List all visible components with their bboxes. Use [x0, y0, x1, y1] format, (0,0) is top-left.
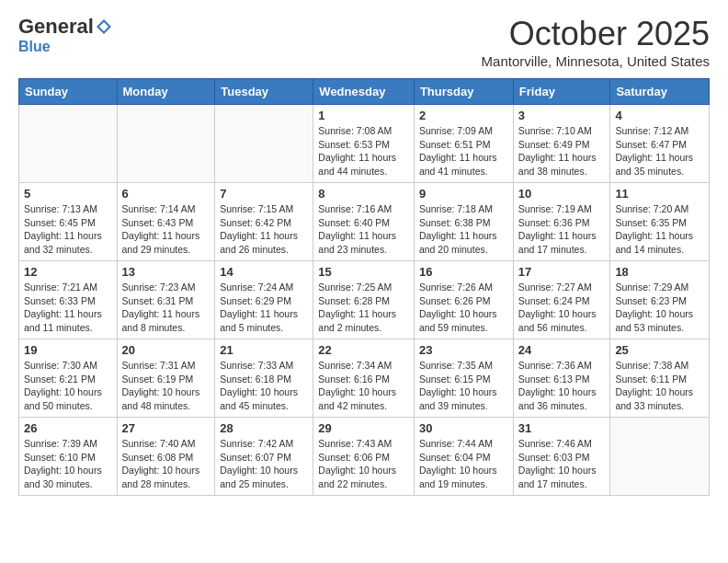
- day-info: Sunrise: 7:43 AM Sunset: 6:06 PM Dayligh…: [318, 437, 409, 491]
- day-number: 25: [615, 343, 704, 357]
- day-number: 29: [318, 421, 409, 435]
- day-info: Sunrise: 7:29 AM Sunset: 6:23 PM Dayligh…: [615, 281, 704, 335]
- day-info: Sunrise: 7:12 AM Sunset: 6:47 PM Dayligh…: [615, 124, 704, 178]
- calendar-week-row: 19Sunrise: 7:30 AM Sunset: 6:21 PM Dayli…: [19, 339, 710, 418]
- month-title: October 2025: [482, 15, 710, 53]
- calendar-cell: 22Sunrise: 7:34 AM Sunset: 6:16 PM Dayli…: [313, 339, 415, 418]
- calendar-cell: 6Sunrise: 7:14 AM Sunset: 6:43 PM Daylig…: [117, 183, 215, 261]
- day-number: 15: [318, 265, 409, 279]
- day-number: 13: [122, 265, 210, 279]
- calendar-cell: 15Sunrise: 7:25 AM Sunset: 6:28 PM Dayli…: [313, 261, 415, 339]
- day-number: 27: [122, 421, 210, 435]
- calendar-week-row: 12Sunrise: 7:21 AM Sunset: 6:33 PM Dayli…: [19, 261, 710, 339]
- calendar-day-header: Sunday: [19, 79, 118, 105]
- day-number: 7: [220, 187, 308, 201]
- logo-icon: [96, 18, 112, 35]
- day-number: 4: [615, 109, 704, 122]
- calendar-day-header: Thursday: [414, 79, 513, 105]
- calendar-week-row: 1Sunrise: 7:08 AM Sunset: 6:53 PM Daylig…: [19, 105, 710, 183]
- day-info: Sunrise: 7:23 AM Sunset: 6:31 PM Dayligh…: [122, 281, 210, 335]
- day-info: Sunrise: 7:30 AM Sunset: 6:21 PM Dayligh…: [24, 359, 112, 413]
- day-number: 8: [318, 187, 409, 201]
- calendar-day-header: Tuesday: [215, 79, 313, 105]
- calendar-cell: 5Sunrise: 7:13 AM Sunset: 6:45 PM Daylig…: [19, 183, 118, 261]
- day-info: Sunrise: 7:18 AM Sunset: 6:38 PM Dayligh…: [419, 202, 508, 257]
- day-info: Sunrise: 7:15 AM Sunset: 6:42 PM Dayligh…: [220, 202, 308, 257]
- day-number: 24: [518, 343, 606, 357]
- calendar-cell: 24Sunrise: 7:36 AM Sunset: 6:13 PM Dayli…: [513, 339, 610, 418]
- calendar-cell: 1Sunrise: 7:08 AM Sunset: 6:53 PM Daylig…: [313, 105, 415, 183]
- day-number: 23: [419, 343, 508, 357]
- day-info: Sunrise: 7:20 AM Sunset: 6:35 PM Dayligh…: [615, 202, 704, 257]
- calendar-cell: 19Sunrise: 7:30 AM Sunset: 6:21 PM Dayli…: [19, 339, 118, 418]
- day-info: Sunrise: 7:33 AM Sunset: 6:18 PM Dayligh…: [220, 359, 308, 413]
- calendar-week-row: 5Sunrise: 7:13 AM Sunset: 6:45 PM Daylig…: [19, 183, 710, 261]
- day-info: Sunrise: 7:21 AM Sunset: 6:33 PM Dayligh…: [24, 281, 112, 335]
- day-info: Sunrise: 7:42 AM Sunset: 6:07 PM Dayligh…: [220, 437, 308, 491]
- calendar-cell: 25Sunrise: 7:38 AM Sunset: 6:11 PM Dayli…: [610, 339, 710, 418]
- day-number: 11: [615, 187, 704, 201]
- calendar-cell: 29Sunrise: 7:43 AM Sunset: 6:06 PM Dayli…: [313, 418, 415, 496]
- page: General Blue October 2025 Mantorville, M…: [0, 0, 728, 563]
- day-info: Sunrise: 7:40 AM Sunset: 6:08 PM Dayligh…: [122, 437, 210, 491]
- day-number: 31: [518, 421, 606, 435]
- day-info: Sunrise: 7:08 AM Sunset: 6:53 PM Dayligh…: [318, 124, 409, 178]
- day-number: 20: [122, 343, 210, 357]
- calendar-cell: [117, 105, 215, 183]
- day-info: Sunrise: 7:38 AM Sunset: 6:11 PM Dayligh…: [615, 359, 704, 413]
- day-info: Sunrise: 7:09 AM Sunset: 6:51 PM Dayligh…: [419, 124, 508, 178]
- calendar-cell: 10Sunrise: 7:19 AM Sunset: 6:36 PM Dayli…: [513, 183, 610, 261]
- calendar-cell: 26Sunrise: 7:39 AM Sunset: 6:10 PM Dayli…: [19, 418, 118, 496]
- calendar-cell: 21Sunrise: 7:33 AM Sunset: 6:18 PM Dayli…: [215, 339, 313, 418]
- location: Mantorville, Minnesota, United States: [482, 53, 710, 69]
- calendar-cell: 9Sunrise: 7:18 AM Sunset: 6:38 PM Daylig…: [414, 183, 513, 261]
- logo-general-text: General: [18, 15, 94, 39]
- calendar-header-row: SundayMondayTuesdayWednesdayThursdayFrid…: [19, 79, 710, 105]
- day-number: 14: [220, 265, 308, 279]
- day-info: Sunrise: 7:16 AM Sunset: 6:40 PM Dayligh…: [318, 202, 409, 257]
- calendar-cell: 30Sunrise: 7:44 AM Sunset: 6:04 PM Dayli…: [414, 418, 513, 496]
- day-number: 1: [318, 109, 409, 122]
- day-number: 5: [24, 187, 112, 201]
- calendar-cell: 27Sunrise: 7:40 AM Sunset: 6:08 PM Dayli…: [117, 418, 215, 496]
- calendar-cell: 17Sunrise: 7:27 AM Sunset: 6:24 PM Dayli…: [513, 261, 610, 339]
- day-number: 30: [419, 421, 508, 435]
- logo-blue-text: Blue: [18, 39, 51, 55]
- day-info: Sunrise: 7:24 AM Sunset: 6:29 PM Dayligh…: [220, 281, 308, 335]
- calendar-cell: 2Sunrise: 7:09 AM Sunset: 6:51 PM Daylig…: [414, 105, 513, 183]
- calendar-cell: [215, 105, 313, 183]
- calendar-cell: 20Sunrise: 7:31 AM Sunset: 6:19 PM Dayli…: [117, 339, 215, 418]
- day-info: Sunrise: 7:46 AM Sunset: 6:03 PM Dayligh…: [518, 437, 606, 491]
- calendar-cell: 16Sunrise: 7:26 AM Sunset: 6:26 PM Dayli…: [414, 261, 513, 339]
- day-number: 17: [518, 265, 606, 279]
- day-number: 6: [122, 187, 210, 201]
- calendar-cell: [610, 418, 710, 496]
- day-number: 2: [419, 109, 508, 122]
- day-number: 21: [220, 343, 308, 357]
- calendar-cell: 4Sunrise: 7:12 AM Sunset: 6:47 PM Daylig…: [610, 105, 710, 183]
- calendar-cell: 8Sunrise: 7:16 AM Sunset: 6:40 PM Daylig…: [313, 183, 415, 261]
- day-number: 18: [615, 265, 704, 279]
- day-number: 3: [518, 109, 606, 122]
- logo: General Blue: [18, 15, 112, 55]
- calendar-cell: 23Sunrise: 7:35 AM Sunset: 6:15 PM Dayli…: [414, 339, 513, 418]
- title-block: October 2025 Mantorville, Minnesota, Uni…: [482, 15, 710, 69]
- calendar-cell: 31Sunrise: 7:46 AM Sunset: 6:03 PM Dayli…: [513, 418, 610, 496]
- calendar-table: SundayMondayTuesdayWednesdayThursdayFrid…: [18, 78, 710, 496]
- calendar-day-header: Wednesday: [313, 79, 415, 105]
- day-number: 12: [24, 265, 112, 279]
- calendar-day-header: Friday: [513, 79, 610, 105]
- day-number: 26: [24, 421, 112, 435]
- day-info: Sunrise: 7:27 AM Sunset: 6:24 PM Dayligh…: [518, 281, 606, 335]
- day-info: Sunrise: 7:19 AM Sunset: 6:36 PM Dayligh…: [518, 202, 606, 257]
- day-info: Sunrise: 7:36 AM Sunset: 6:13 PM Dayligh…: [518, 359, 606, 413]
- day-number: 10: [518, 187, 606, 201]
- day-info: Sunrise: 7:35 AM Sunset: 6:15 PM Dayligh…: [419, 359, 508, 413]
- day-info: Sunrise: 7:34 AM Sunset: 6:16 PM Dayligh…: [318, 359, 409, 413]
- day-number: 28: [220, 421, 308, 435]
- day-info: Sunrise: 7:31 AM Sunset: 6:19 PM Dayligh…: [122, 359, 210, 413]
- calendar-day-header: Monday: [117, 79, 215, 105]
- calendar-cell: 13Sunrise: 7:23 AM Sunset: 6:31 PM Dayli…: [117, 261, 215, 339]
- day-info: Sunrise: 7:26 AM Sunset: 6:26 PM Dayligh…: [419, 281, 508, 335]
- day-info: Sunrise: 7:25 AM Sunset: 6:28 PM Dayligh…: [318, 281, 409, 335]
